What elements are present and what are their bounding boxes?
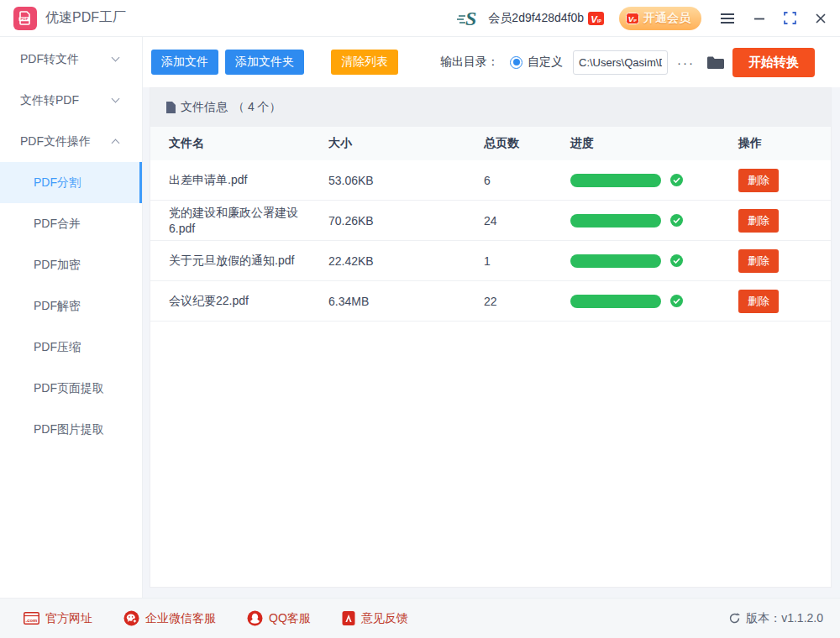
vip-icon: VIP	[626, 13, 639, 24]
minimize-icon[interactable]	[753, 13, 765, 24]
progress-cell	[570, 254, 738, 268]
col-pages: 总页数	[484, 136, 570, 151]
svg-text:.com: .com	[26, 618, 38, 623]
file-size: 70.26KB	[328, 214, 484, 227]
sidebar-item-pdf-merge[interactable]: PDF合并	[0, 203, 142, 244]
start-convert-button[interactable]: 开始转换	[732, 48, 815, 77]
menu-icon[interactable]	[720, 13, 735, 24]
user-avatar-icon[interactable]: S	[456, 8, 481, 29]
sidebar-group-pdf-to-file[interactable]: PDF转文件	[0, 39, 142, 80]
svg-text:PDF: PDF	[21, 17, 29, 21]
sidebar-item-pdf-compress[interactable]: PDF压缩	[0, 327, 142, 368]
table-header: 文件名 大小 总页数 进度 操作	[150, 127, 831, 160]
sidebar-group-label: PDF转文件	[20, 52, 79, 67]
progress-bar	[570, 174, 661, 187]
progress-cell	[570, 214, 738, 227]
main-area: 添加文件 添加文件夹 清除列表 输出目录： 自定义 ··· 开始转换	[143, 37, 840, 598]
footer-link-feedback[interactable]: 意见反馈	[342, 611, 408, 626]
folder-icon[interactable]	[706, 55, 724, 70]
check-circle-icon	[670, 174, 683, 186]
footer-link-label: 官方网址	[45, 611, 92, 626]
upgrade-membership-button[interactable]: VIP 开通会员	[619, 7, 701, 30]
sidebar-group-label: PDF文件操作	[20, 134, 91, 149]
add-folder-button[interactable]: 添加文件夹	[225, 50, 304, 75]
footer-link-wechat-support[interactable]: 企业微信客服	[123, 610, 216, 626]
close-icon[interactable]	[815, 13, 827, 24]
file-panel-header: 文件信息 （ 4 个）	[150, 88, 831, 127]
output-path-input[interactable]	[573, 50, 668, 75]
delete-button[interactable]: 删除	[738, 209, 779, 233]
progress-bar	[570, 295, 661, 308]
clear-list-button[interactable]: 清除列表	[331, 50, 398, 75]
browse-more-button[interactable]: ···	[677, 55, 695, 70]
toolbar: 添加文件 添加文件夹 清除列表 输出目录： 自定义 ··· 开始转换	[143, 37, 840, 87]
custom-output-label[interactable]: 自定义	[528, 55, 563, 70]
sidebar-group-pdf-operations[interactable]: PDF文件操作	[0, 121, 142, 162]
vip-badge-icon: VIP	[588, 12, 604, 25]
custom-output-radio[interactable]	[510, 56, 522, 69]
wechat-icon	[123, 610, 139, 626]
delete-button[interactable]: 删除	[738, 290, 779, 313]
progress-cell	[570, 295, 738, 308]
sidebar-group-file-to-pdf[interactable]: 文件转PDF	[0, 80, 142, 121]
file-name: 党的建设和廉政公署建设6.pdf	[169, 205, 328, 237]
action-cell: 删除	[738, 249, 817, 273]
delete-button[interactable]: 删除	[738, 169, 779, 192]
footer-link-official-website[interactable]: .com 官方网址	[24, 611, 92, 626]
file-size: 22.42KB	[328, 254, 484, 268]
maximize-icon[interactable]	[784, 12, 796, 24]
refresh-icon	[729, 613, 740, 624]
progress-cell	[570, 174, 738, 187]
check-circle-icon	[670, 214, 683, 227]
action-cell: 删除	[738, 209, 817, 233]
table-row: 党的建设和廉政公署建设6.pdf 70.26KB 24 删除	[150, 201, 831, 241]
app-logo-icon: PDF	[13, 7, 37, 30]
app-title: 优速PDF工厂	[45, 9, 126, 27]
file-panel-count: （ 4 个）	[233, 100, 281, 115]
file-list-card: 文件信息 （ 4 个） 文件名 大小 总页数 进度 操作 出差申请单.pdf 5…	[150, 87, 832, 588]
col-filename: 文件名	[169, 136, 328, 151]
file-size: 6.34MB	[328, 295, 484, 308]
footer-link-label: 企业微信客服	[145, 611, 216, 626]
file-name: 会议纪要22.pdf	[169, 293, 328, 309]
titlebar-right: S 会员2d9f428d4f0b VIP VIP 开通会员	[456, 7, 827, 30]
table-row: 会议纪要22.pdf 6.34MB 22 删除	[150, 281, 831, 322]
check-circle-icon	[670, 254, 683, 267]
add-file-button[interactable]: 添加文件	[151, 50, 218, 75]
table-row: 关于元旦放假的通知.pdf 22.42KB 1 删除	[150, 241, 831, 281]
delete-button[interactable]: 删除	[738, 249, 779, 273]
progress-bar	[570, 214, 661, 227]
chevron-up-icon	[112, 139, 120, 148]
app-window: PDF 优速PDF工厂 S 会员2d9f428d4f0b VIP VIP 开通会…	[0, 0, 840, 638]
col-progress: 进度	[570, 136, 738, 151]
file-pages: 24	[484, 214, 570, 227]
svg-text:IP: IP	[633, 18, 637, 23]
member-id[interactable]: 会员2d9f428d4f0b	[488, 11, 584, 26]
action-cell: 删除	[738, 290, 817, 313]
sidebar-item-pdf-page-extract[interactable]: PDF页面提取	[0, 368, 142, 409]
svg-text:IP: IP	[597, 18, 601, 24]
qq-icon	[247, 610, 263, 626]
upgrade-label: 开通会员	[643, 11, 690, 26]
sidebar-item-pdf-encrypt[interactable]: PDF加密	[0, 244, 142, 285]
sidebar: PDF转文件 文件转PDF PDF文件操作 PDF分割 PDF合并 PDF加密 …	[0, 37, 143, 598]
sidebar-group-label: 文件转PDF	[20, 93, 79, 108]
file-pages: 6	[484, 174, 570, 187]
footer-link-label: QQ客服	[269, 611, 311, 626]
feedback-icon	[342, 611, 355, 625]
footer-link-qq-support[interactable]: QQ客服	[247, 610, 311, 626]
website-icon: .com	[24, 612, 39, 625]
file-panel-title: 文件信息	[181, 100, 228, 115]
content-area: 文件信息 （ 4 个） 文件名 大小 总页数 进度 操作 出差申请单.pdf 5…	[143, 87, 840, 598]
sidebar-item-pdf-split[interactable]: PDF分割	[0, 162, 142, 203]
version-info: 版本：v1.1.2.0	[729, 611, 823, 626]
col-size: 大小	[328, 136, 484, 151]
file-size: 53.06KB	[328, 174, 484, 187]
footer-link-label: 意见反馈	[361, 611, 408, 626]
version-label: 版本：v1.1.2.0	[746, 611, 823, 626]
progress-bar	[570, 254, 661, 268]
titlebar-left: PDF 优速PDF工厂	[13, 7, 126, 30]
file-name: 关于元旦放假的通知.pdf	[169, 253, 328, 269]
sidebar-item-pdf-image-extract[interactable]: PDF图片提取	[0, 409, 142, 450]
sidebar-item-pdf-decrypt[interactable]: PDF解密	[0, 285, 142, 327]
